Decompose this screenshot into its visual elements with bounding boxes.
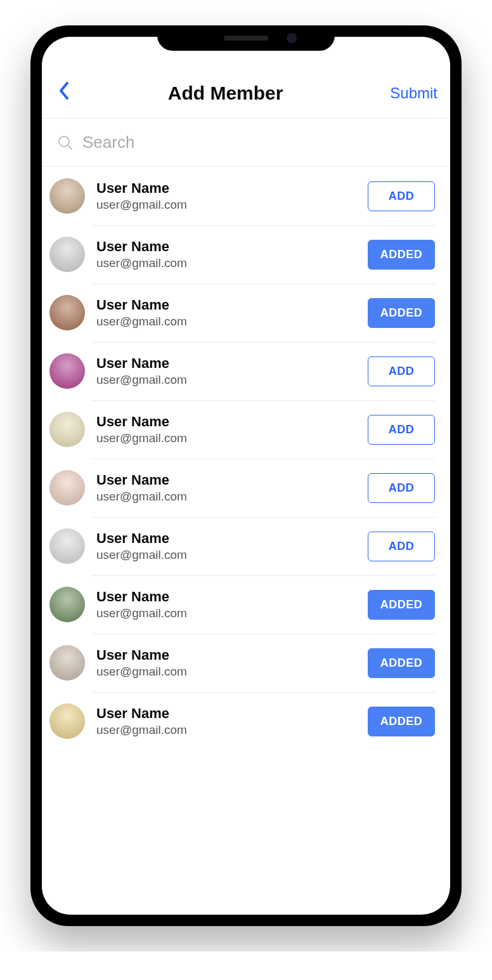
member-email: user@gmail.com [96, 373, 356, 387]
member-row: User Nameuser@gmail.comADDED [42, 575, 450, 634]
camera-icon [287, 33, 297, 43]
added-button[interactable]: ADDED [368, 298, 435, 328]
member-row: User Nameuser@gmail.comADDED [42, 634, 450, 692]
member-info: User Nameuser@gmail.com [96, 297, 356, 329]
avatar [49, 528, 85, 564]
added-button[interactable]: ADDED [368, 240, 435, 270]
avatar [49, 587, 85, 622]
page-title: Add Member [61, 82, 390, 104]
avatar [49, 470, 85, 506]
member-row: User Nameuser@gmail.comADDED [42, 225, 450, 284]
avatar [49, 178, 85, 214]
member-info: User Nameuser@gmail.com [96, 238, 356, 270]
member-row: User Nameuser@gmail.comADD [42, 459, 450, 517]
member-name: User Name [96, 705, 356, 722]
member-name: User Name [96, 472, 356, 488]
phone-frame: Add Member Submit User Nameuser@gmail.co… [30, 25, 462, 926]
member-info: User Nameuser@gmail.com [96, 705, 356, 737]
member-row: User Nameuser@gmail.comADDED [42, 692, 450, 750]
member-email: user@gmail.com [96, 665, 356, 679]
member-info: User Nameuser@gmail.com [96, 647, 356, 679]
member-info: User Nameuser@gmail.com [96, 180, 356, 212]
member-info: User Nameuser@gmail.com [96, 530, 356, 562]
member-email: user@gmail.com [96, 315, 356, 329]
member-email: user@gmail.com [96, 548, 356, 562]
speaker-icon [224, 36, 268, 41]
member-email: user@gmail.com [96, 606, 356, 620]
member-email: user@gmail.com [96, 490, 356, 504]
submit-button[interactable]: Submit [390, 84, 437, 102]
member-info: User Nameuser@gmail.com [96, 589, 356, 620]
member-info: User Nameuser@gmail.com [96, 414, 356, 445]
member-email: user@gmail.com [96, 723, 356, 737]
member-row: User Nameuser@gmail.comADD [42, 167, 450, 225]
member-row: User Nameuser@gmail.comADD [42, 342, 450, 400]
svg-line-1 [68, 145, 72, 149]
avatar [49, 703, 85, 739]
avatar [49, 412, 85, 447]
member-name: User Name [96, 180, 356, 197]
search-row [42, 119, 450, 167]
avatar [49, 237, 85, 272]
added-button[interactable]: ADDED [368, 590, 435, 620]
avatar [49, 645, 85, 681]
member-info: User Nameuser@gmail.com [96, 472, 356, 504]
member-name: User Name [96, 530, 356, 547]
search-input[interactable] [82, 133, 435, 152]
member-email: user@gmail.com [96, 431, 356, 445]
member-list: User Nameuser@gmail.comADDUser Nameuser@… [42, 167, 450, 750]
member-email: user@gmail.com [96, 256, 356, 270]
search-icon [57, 134, 74, 151]
add-button[interactable]: ADD [368, 356, 435, 386]
avatar [49, 295, 85, 330]
member-name: User Name [96, 589, 356, 605]
member-name: User Name [96, 355, 356, 372]
member-email: user@gmail.com [96, 198, 356, 212]
member-name: User Name [96, 238, 356, 255]
member-row: User Nameuser@gmail.comADDED [42, 284, 450, 342]
added-button[interactable]: ADDED [368, 648, 435, 678]
member-row: User Nameuser@gmail.comADD [42, 517, 450, 575]
add-button[interactable]: ADD [368, 415, 435, 445]
phone-notch [157, 25, 335, 51]
member-name: User Name [96, 414, 356, 430]
member-info: User Nameuser@gmail.com [96, 355, 356, 387]
member-name: User Name [96, 647, 356, 663]
avatar [49, 353, 85, 389]
add-button[interactable]: ADD [368, 473, 435, 503]
member-row: User Nameuser@gmail.comADD [42, 400, 450, 459]
member-name: User Name [96, 297, 356, 313]
add-button[interactable]: ADD [368, 532, 435, 561]
add-button[interactable]: ADD [368, 181, 435, 211]
screen: Add Member Submit User Nameuser@gmail.co… [42, 37, 450, 915]
added-button[interactable]: ADDED [368, 707, 435, 736]
